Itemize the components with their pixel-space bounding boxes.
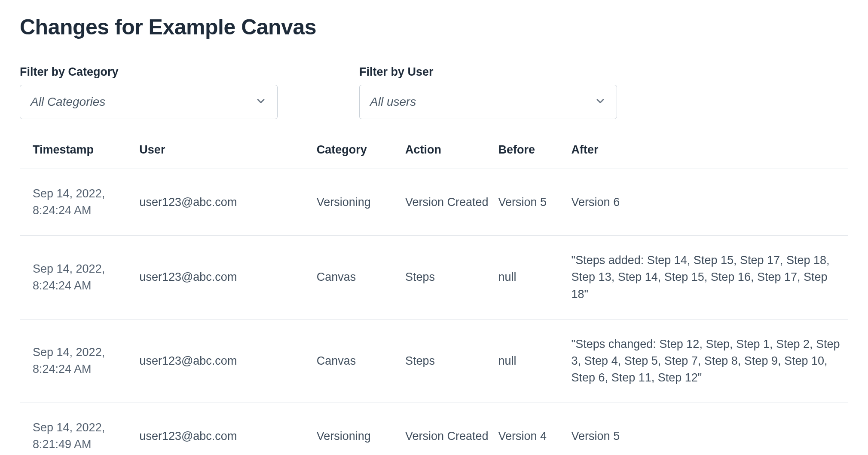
cell-action: Version Created <box>405 403 498 455</box>
cell-after: Version 5 <box>572 403 848 455</box>
filter-user-label: Filter by User <box>359 65 617 79</box>
cell-category: Canvas <box>317 319 405 403</box>
filter-bar: Filter by Category All Categories Filter… <box>20 65 848 119</box>
cell-user: user123@abc.com <box>139 236 316 319</box>
cell-action: Version Created <box>405 169 498 236</box>
table-row: Sep 14, 2022, 8:24:24 AMuser123@abc.comC… <box>20 236 848 319</box>
cell-before: Version 5 <box>498 169 571 236</box>
cell-category: Versioning <box>317 403 405 455</box>
table-row: Sep 14, 2022, 8:24:24 AMuser123@abc.comC… <box>20 319 848 403</box>
filter-category-label: Filter by Category <box>20 65 278 79</box>
cell-user: user123@abc.com <box>139 403 316 455</box>
filter-user-select[interactable]: All users <box>359 85 617 119</box>
cell-timestamp: Sep 14, 2022, 8:24:24 AM <box>20 319 139 403</box>
cell-user: user123@abc.com <box>139 169 316 236</box>
cell-before: null <box>498 319 571 403</box>
table-row: Sep 14, 2022, 8:24:24 AMuser123@abc.comV… <box>20 169 848 236</box>
cell-action: Steps <box>405 319 498 403</box>
col-header-timestamp: Timestamp <box>20 135 139 169</box>
table-row: Sep 14, 2022, 8:21:49 AMuser123@abc.comV… <box>20 403 848 455</box>
cell-timestamp: Sep 14, 2022, 8:24:24 AM <box>20 169 139 236</box>
filter-category-value: All Categories <box>31 95 105 109</box>
col-header-after: After <box>572 135 848 169</box>
cell-after: "Steps added: Step 14, Step 15, Step 17,… <box>572 236 848 319</box>
cell-before: null <box>498 236 571 319</box>
filter-user-value: All users <box>370 95 416 109</box>
cell-timestamp: Sep 14, 2022, 8:24:24 AM <box>20 236 139 319</box>
chevron-down-icon <box>594 95 606 109</box>
cell-before: Version 4 <box>498 403 571 455</box>
filter-category-group: Filter by Category All Categories <box>20 65 278 119</box>
page-title: Changes for Example Canvas <box>20 15 848 40</box>
filter-user-group: Filter by User All users <box>359 65 617 119</box>
cell-after: Version 6 <box>572 169 848 236</box>
cell-timestamp: Sep 14, 2022, 8:21:49 AM <box>20 403 139 455</box>
col-header-category: Category <box>317 135 405 169</box>
cell-category: Canvas <box>317 236 405 319</box>
col-header-before: Before <box>498 135 571 169</box>
table-header-row: Timestamp User Category Action Before Af… <box>20 135 848 169</box>
cell-user: user123@abc.com <box>139 319 316 403</box>
cell-after: "Steps changed: Step 12, Step, Step 1, S… <box>572 319 848 403</box>
filter-category-select[interactable]: All Categories <box>20 85 278 119</box>
chevron-down-icon <box>255 95 267 109</box>
col-header-user: User <box>139 135 316 169</box>
cell-action: Steps <box>405 236 498 319</box>
changes-table: Timestamp User Category Action Before Af… <box>20 135 848 455</box>
col-header-action: Action <box>405 135 498 169</box>
cell-category: Versioning <box>317 169 405 236</box>
